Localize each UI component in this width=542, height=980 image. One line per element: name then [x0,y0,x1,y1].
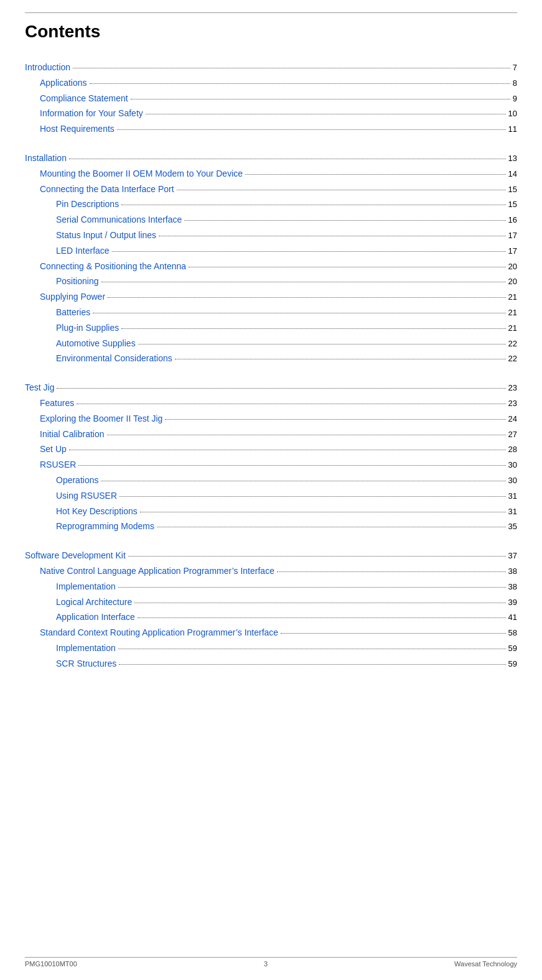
toc-link[interactable]: Test Jig [25,381,54,394]
toc-dots [134,603,505,603]
toc-link[interactable]: Supplying Power [40,290,105,303]
toc-page-number: 20 [508,261,517,274]
toc-dots [69,450,506,450]
toc-link[interactable]: SCR Structures [56,657,116,670]
toc-entry: Information for Your Safety10 [25,106,517,121]
toc-link[interactable]: Logical Architecture [56,595,132,609]
toc-link[interactable]: Installation [25,151,67,165]
toc-link[interactable]: Batteries [56,305,90,319]
toc-link[interactable]: Features [40,396,74,410]
toc-page-number: 13 [508,152,517,165]
toc-entry: Implementation38 [25,580,517,594]
toc-link[interactable]: Environmental Considerations [56,351,172,365]
footer-left: PMG10010MT00 [25,960,77,968]
toc-dots [138,617,506,618]
toc-page-number: 16 [508,214,517,227]
toc-link[interactable]: Automotive Supplies [56,336,136,350]
toc-dots [131,99,510,99]
toc-entry: Connecting & Positioning the Antenna20 [25,259,517,274]
toc-entry: Pin Descriptions15 [25,197,517,211]
toc-link[interactable]: Plug-in Supplies [56,321,119,335]
toc-entry: Reprogramming Modems35 [25,519,517,534]
toc-dots [119,664,505,665]
toc-page-number: 23 [508,397,517,410]
page: Contents Introduction7Applications8Compl… [0,0,542,980]
toc-entry: SCR Structures59 [25,657,517,671]
toc-page-number: 58 [508,627,517,640]
toc-entry: LED Interface17 [25,244,517,258]
toc-page-number: 59 [508,642,517,655]
toc-link[interactable]: Software Development Kit [25,548,126,562]
toc-page-number: 21 [508,322,517,335]
toc-dots [90,83,510,84]
toc-dots [121,328,505,329]
toc-link[interactable]: Applications [40,76,87,90]
toc-entry: Plug-in Supplies21 [25,321,517,335]
toc-entry: Software Development Kit37 [25,548,517,563]
toc-link[interactable]: Set Up [40,442,67,456]
toc-page-number: 21 [508,307,517,320]
toc-link[interactable]: Mounting the Boomer II OEM Modem to Your… [40,167,243,180]
toc-link[interactable]: Initial Calibration [40,427,105,441]
toc-dots [117,129,506,130]
toc-dots [175,359,506,359]
toc-link[interactable]: LED Interface [56,244,110,257]
toc-dots [157,527,506,527]
toc-link[interactable]: Exploring the Boomer II Test Jig [40,412,162,425]
toc-link[interactable]: Status Input / Output lines [56,228,156,242]
footer-center: 3 [264,960,268,968]
toc-link[interactable]: Native Control Language Application Prog… [40,564,274,578]
toc-link[interactable]: Operations [56,473,98,487]
toc-dots [177,190,506,190]
toc-link[interactable]: Using RSUSER [56,489,117,502]
toc-link[interactable]: Positioning [56,274,99,288]
toc-page-number: 7 [513,62,517,75]
toc-dots [77,404,505,404]
toc-dots [159,236,505,236]
toc-entry: Status Input / Output lines17 [25,228,517,243]
toc-entry: Positioning20 [25,274,517,289]
toc-link[interactable]: Implementation [56,580,116,593]
toc-page-number: 27 [508,428,517,441]
toc-link[interactable]: Standard Context Routing Application Pro… [40,626,278,639]
toc-link[interactable]: Pin Descriptions [56,197,119,211]
toc-link[interactable]: Information for Your Safety [40,106,143,120]
toc-entry: Initial Calibration27 [25,427,517,441]
toc-link[interactable]: Compliance Statement [40,91,128,105]
toc-link[interactable]: Serial Communications Interface [56,213,182,226]
toc-link[interactable]: Reprogramming Modems [56,519,154,533]
toc-page-number: 28 [508,443,517,456]
toc-dots [57,388,505,389]
toc-link[interactable]: Connecting & Positioning the Antenna [40,259,186,273]
toc-link[interactable]: Introduction [25,60,70,74]
toc-dots [277,571,506,572]
toc-dots [245,174,505,175]
toc-page-number: 38 [508,565,517,578]
toc-entry: Application Interface41 [25,610,517,624]
toc-page-number: 41 [508,611,517,624]
toc-dots [93,313,505,313]
toc-dots [121,205,505,205]
toc-entry: Test Jig23 [25,381,517,395]
toc-page-number: 24 [508,413,517,426]
toc-page-number: 23 [508,382,517,395]
toc-link[interactable]: Host Requirements [40,122,114,136]
toc-entry: Connecting the Data Interface Port15 [25,182,517,196]
toc-dots [112,251,506,252]
toc-link[interactable]: RSUSER [40,458,76,471]
footer: PMG10010MT00 3 Wavesat Technology [25,957,517,968]
toc-entry: RSUSER30 [25,458,517,472]
toc-dots [189,267,505,267]
toc-entry: Batteries21 [25,305,517,320]
toc-link[interactable]: Application Interface [56,610,135,624]
toc-page-number: 38 [508,581,517,594]
toc-link[interactable]: Implementation [56,641,116,655]
toc-entry: Using RSUSER31 [25,489,517,503]
toc-link[interactable]: Hot Key Descriptions [56,504,138,518]
toc-dots [118,587,506,588]
toc-dots [138,344,506,344]
toc-dots [78,465,505,466]
toc-dots [118,649,506,649]
toc-link[interactable]: Connecting the Data Interface Port [40,182,174,196]
toc-entry: Applications8 [25,76,517,90]
